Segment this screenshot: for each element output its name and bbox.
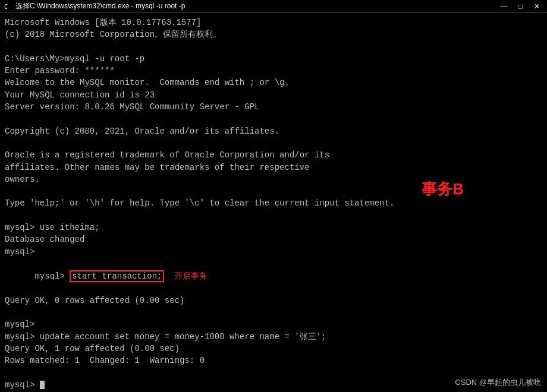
- line-24: mysql>: [5, 318, 542, 330]
- line-18: mysql> use itheima;: [5, 222, 542, 233]
- line-6: Welcome to the MySQL monitor. Commands e…: [5, 77, 542, 88]
- line-27: Rows matched: 1 Changed: 1 Warnings: 0: [5, 355, 542, 366]
- line-1: Microsoft Windows [版本 10.0.17763.1577]: [5, 17, 542, 29]
- line-12: Oracle is a registered trademark of Orac…: [5, 149, 542, 161]
- line-10: Copyright (c) 2000, 2021, Oracle and/or …: [5, 125, 542, 137]
- maximize-button[interactable]: □: [513, 1, 528, 12]
- svg-text:C: C: [4, 4, 8, 10]
- line-19: Database changed: [5, 233, 542, 245]
- start-transaction-boxed: start transaction;: [70, 270, 164, 282]
- watermark: CSDN @早起的虫儿被吃: [455, 377, 541, 388]
- line-9: [5, 113, 542, 125]
- minimize-button[interactable]: —: [496, 1, 511, 12]
- title-bar: C 选择C:\Windows\system32\cmd.exe - mysql …: [0, 0, 547, 13]
- title-text: 选择C:\Windows\system32\cmd.exe - mysql -u…: [15, 1, 185, 11]
- terminal-body[interactable]: Microsoft Windows [版本 10.0.17763.1577] (…: [0, 13, 547, 392]
- line-17: [5, 210, 542, 222]
- window-controls: — □ ✕: [496, 1, 545, 12]
- line-22: Query OK, 0 rows affected (0.00 sec): [5, 295, 542, 306]
- line-5: Enter password: ******: [5, 65, 542, 77]
- line-7: Your MySQL connection id is 23: [5, 89, 542, 101]
- line-8: Server version: 8.0.26 MySQL Community S…: [5, 101, 542, 113]
- line-23: [5, 306, 542, 318]
- cmd-window: C 选择C:\Windows\system32\cmd.exe - mysql …: [0, 0, 547, 392]
- title-bar-left: C 选择C:\Windows\system32\cmd.exe - mysql …: [4, 1, 185, 11]
- line-26: Query OK, 1 row affected (0.00 sec): [5, 343, 542, 355]
- line-25: mysql> update account set money = money-…: [5, 331, 542, 343]
- mysql-prompt: mysql>: [34, 271, 70, 281]
- cursor: [40, 381, 45, 389]
- start-transaction-spacer: [164, 271, 174, 281]
- open-label: 开启事务: [174, 271, 208, 280]
- line-13: affiliates. Other names may be trademark…: [5, 162, 542, 173]
- line-2: (c) 2018 Microsoft Corporation。保留所有权利。: [5, 29, 542, 40]
- line-11: [5, 137, 542, 149]
- transaction-b-annotation: 事务B: [422, 178, 464, 201]
- line-start-transaction: mysql> start transaction; 开启事务: [5, 258, 542, 295]
- line-3: [5, 41, 542, 53]
- cmd-icon: C: [4, 2, 12, 11]
- line-20: mysql>: [5, 246, 542, 258]
- close-button[interactable]: ✕: [529, 1, 545, 12]
- line-4: C:\Users\My>mysql -u root -p: [5, 53, 542, 65]
